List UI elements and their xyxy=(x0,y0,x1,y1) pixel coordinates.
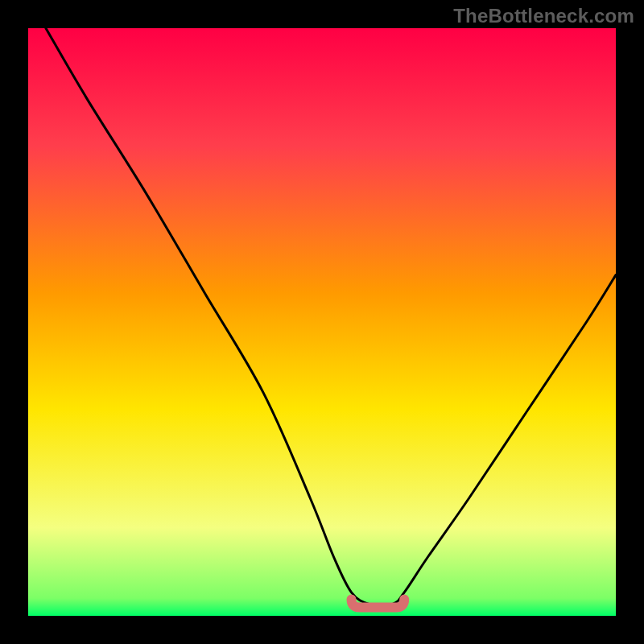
plot-area xyxy=(28,28,616,616)
chart-frame: TheBottleneck.com xyxy=(0,0,644,644)
watermark-text: TheBottleneck.com xyxy=(453,5,634,27)
chart-svg xyxy=(28,28,616,616)
